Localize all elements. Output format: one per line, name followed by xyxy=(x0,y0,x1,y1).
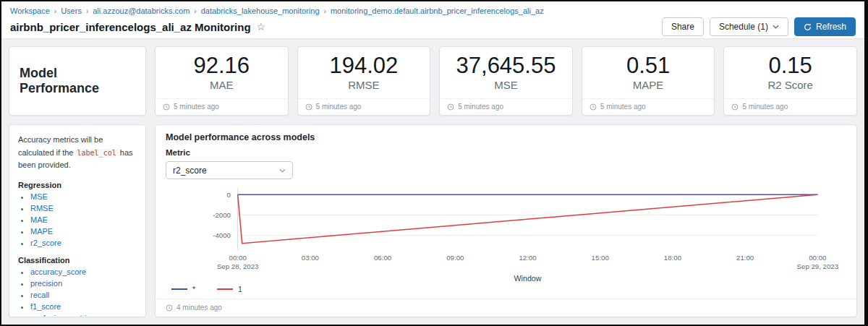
refresh-label: Refresh xyxy=(816,22,846,32)
regression-links: MSE RMSE MAE MAPE r2_score xyxy=(18,192,137,247)
updated-text: 5 minutes ago xyxy=(742,103,788,111)
card-updated: 4 minutes ago xyxy=(156,299,856,317)
section-title: Model Performance xyxy=(20,66,135,96)
breadcrumb-item-workspace[interactable]: Workspace xyxy=(10,7,50,15)
header-actions: Share Schedule (1) Refresh xyxy=(662,17,856,36)
inline-code-label-col: label_col xyxy=(76,149,118,157)
svg-text:12:00: 12:00 xyxy=(519,254,536,262)
legend-label: * xyxy=(192,285,195,293)
legend-item-1[interactable]: 1 xyxy=(217,285,242,293)
link-rmse[interactable]: RMSE xyxy=(30,204,54,213)
metric-value: 37,645.55 xyxy=(456,53,556,78)
card-updated: 5 minutes ago xyxy=(582,98,715,115)
metric-value: 0.15 xyxy=(769,53,812,78)
schedule-button[interactable]: Schedule (1) xyxy=(710,17,788,36)
list-item: MAPE xyxy=(30,227,137,236)
link-f1-score[interactable]: f1_score xyxy=(30,302,61,311)
breadcrumb: Workspace › Users › ali.azzouz@databrick… xyxy=(10,7,856,15)
updated-text: 5 minutes ago xyxy=(316,103,362,111)
kpi-row: Model Performance 92.16 MAE 5 minutes ag… xyxy=(9,46,857,116)
legend-swatch xyxy=(171,288,187,290)
metric-card-mae: 92.16 MAE 5 minutes ago xyxy=(155,46,289,116)
page-header: Workspace › Users › ali.azzouz@databrick… xyxy=(1,1,864,39)
history-clock-icon xyxy=(447,103,454,111)
breadcrumb-item-users[interactable]: Users xyxy=(61,7,82,15)
chart-legend: * 1 xyxy=(166,285,846,293)
link-mse[interactable]: MSE xyxy=(30,192,48,201)
share-label: Share xyxy=(671,22,694,32)
svg-text:-2000: -2000 xyxy=(213,211,231,219)
legend-swatch xyxy=(217,288,233,290)
card-updated: 5 minutes ago xyxy=(440,98,572,115)
list-item: MSE xyxy=(30,192,137,201)
svg-text:06:00: 06:00 xyxy=(374,254,391,262)
card-updated: 5 minutes ago xyxy=(724,98,856,115)
svg-text:18:00: 18:00 xyxy=(664,254,681,262)
breadcrumb-item-user-email[interactable]: ali.azzouz@databricks.com xyxy=(93,7,190,15)
performance-line-chart: 0-2000-400000:00Sep 28, 202303:0006:0009… xyxy=(166,185,846,283)
metric-card-mape: 0.51 MAPE 5 minutes ago xyxy=(582,46,715,116)
metric-card-rmse: 194.02 RMSE 5 minutes ago xyxy=(297,46,431,116)
list-item: precision xyxy=(30,279,137,288)
link-mape[interactable]: MAPE xyxy=(30,227,53,236)
metric-card-mse: 37,645.55 MSE 5 minutes ago xyxy=(439,46,573,116)
svg-text:00:00: 00:00 xyxy=(229,254,247,262)
page-title: airbnb_pricer_inferencelogs_ali_az Monit… xyxy=(10,21,251,33)
svg-text:-4000: -4000 xyxy=(213,231,231,239)
metric-label: R2 Score xyxy=(767,79,813,91)
refresh-button[interactable]: Refresh xyxy=(794,17,856,36)
metric-label: MAPE xyxy=(633,79,664,91)
regression-heading: Regression xyxy=(18,181,137,189)
breadcrumb-item-monitoring-folder[interactable]: databricks_lakehouse_monitoring xyxy=(201,7,320,15)
link-accuracy-score[interactable]: accuracy_score xyxy=(30,267,86,276)
link-precision[interactable]: precision xyxy=(30,279,62,288)
metric-select-label: Metric xyxy=(166,148,846,157)
metric-label: MSE xyxy=(494,79,518,91)
chevron-down-icon xyxy=(773,25,779,29)
updated-text: 5 minutes ago xyxy=(458,103,503,111)
metric-value: 92.16 xyxy=(194,53,250,78)
dashboard-body: Model Performance 92.16 MAE 5 minutes ag… xyxy=(1,39,864,325)
metric-label: RMSE xyxy=(348,79,379,91)
svg-text:09:00: 09:00 xyxy=(446,254,464,262)
svg-text:15:00: 15:00 xyxy=(592,254,609,262)
link-confusion-matrix[interactable]: confusion_matrix xyxy=(30,314,90,317)
card-updated: 5 minutes ago xyxy=(156,98,288,115)
updated-text: 5 minutes ago xyxy=(174,103,219,111)
svg-text:Sep 29, 2023: Sep 29, 2023 xyxy=(797,263,839,271)
accuracy-note: Accuracy metrics will be calculated if t… xyxy=(18,134,137,172)
link-r2-score[interactable]: r2_score xyxy=(30,239,61,247)
share-button[interactable]: Share xyxy=(662,17,704,36)
link-recall[interactable]: recall xyxy=(30,291,49,299)
breadcrumb-separator: › xyxy=(86,7,88,15)
history-clock-icon xyxy=(305,103,312,111)
list-item: RMSE xyxy=(30,204,137,213)
app-window: Workspace › Users › ali.azzouz@databrick… xyxy=(0,0,868,326)
chevron-down-icon xyxy=(279,168,286,173)
link-mae[interactable]: MAE xyxy=(30,215,48,224)
list-item: confusion_matrix xyxy=(30,314,137,317)
metric-select[interactable]: r2_score xyxy=(166,161,293,179)
classification-links: accuracy_score precision recall f1_score… xyxy=(18,267,137,317)
history-clock-icon xyxy=(590,103,597,111)
legend-item-star[interactable]: * xyxy=(171,285,195,293)
list-item: r2_score xyxy=(30,239,137,247)
note-text: the xyxy=(62,148,73,157)
history-clock-icon xyxy=(166,304,173,312)
favorite-star-icon[interactable]: ☆ xyxy=(257,22,266,32)
chart-title: Model performance across models xyxy=(166,132,846,142)
list-item: accuracy_score xyxy=(30,267,137,276)
metric-value: 194.02 xyxy=(329,53,398,78)
breadcrumb-separator: › xyxy=(194,7,196,15)
card-updated: 5 minutes ago xyxy=(298,98,430,115)
updated-text: 4 minutes ago xyxy=(176,304,222,312)
svg-text:Sep 28, 2023: Sep 28, 2023 xyxy=(217,263,259,271)
schedule-label: Schedule (1) xyxy=(719,22,768,32)
updated-text: 5 minutes ago xyxy=(600,103,646,111)
list-item: recall xyxy=(30,291,137,299)
legend-label: 1 xyxy=(238,285,242,293)
metric-select-value: r2_score xyxy=(173,166,207,176)
list-item: f1_score xyxy=(30,302,137,311)
refresh-icon xyxy=(804,23,812,31)
breadcrumb-item-table[interactable]: monitoring_demo.default.airbnb_pricer_in… xyxy=(331,7,544,15)
